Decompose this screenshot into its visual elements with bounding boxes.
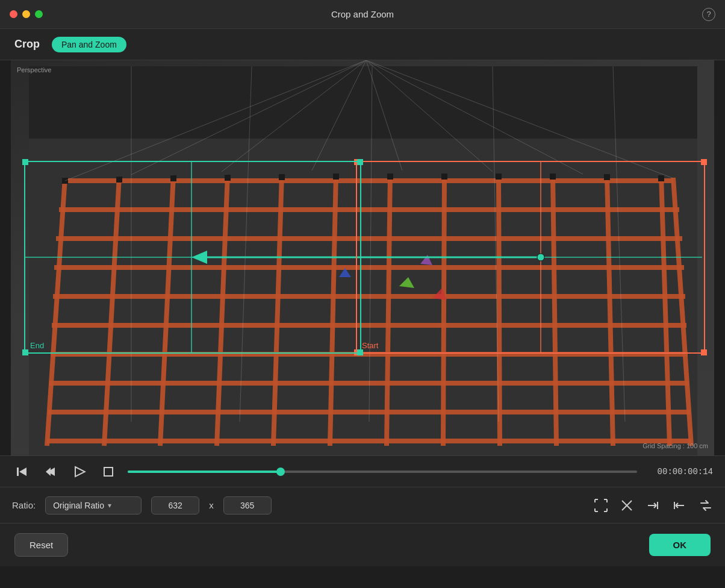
ratio-select[interactable]: Original Ratio ▾ xyxy=(45,496,142,514)
svg-rect-26 xyxy=(116,177,122,183)
stop-button[interactable] xyxy=(99,462,118,481)
grid-spacing-label: Grid Spacing : 100 cm xyxy=(643,442,708,449)
timeline-bar: 00:00:00:14 xyxy=(0,455,725,487)
clear-button[interactable] xyxy=(620,499,633,512)
align-left-button[interactable] xyxy=(672,498,686,513)
window-title: Crop and Zoom xyxy=(331,9,394,19)
titlebar: Crop and Zoom ? xyxy=(0,0,725,29)
tab-panzoom[interactable]: Pan and Zoom xyxy=(52,37,126,52)
svg-rect-33 xyxy=(496,174,502,180)
play-button[interactable] xyxy=(70,462,89,481)
time-display: 00:00:00:14 xyxy=(647,467,713,477)
slider-track xyxy=(128,471,637,473)
slider-fill xyxy=(128,471,281,473)
tab-crop[interactable]: Crop xyxy=(14,38,40,51)
ratio-action-icons xyxy=(594,498,713,513)
frame-back-button[interactable] xyxy=(41,462,60,481)
svg-rect-65 xyxy=(104,468,113,476)
ratio-label: Ratio: xyxy=(12,500,36,510)
svg-rect-60 xyxy=(17,468,19,476)
svg-marker-61 xyxy=(19,468,26,476)
svg-rect-30 xyxy=(333,174,339,180)
reset-button[interactable]: Reset xyxy=(14,533,68,557)
chevron-down-icon: ▾ xyxy=(108,501,111,510)
swap-button[interactable] xyxy=(699,498,713,513)
maximize-button[interactable] xyxy=(35,10,43,18)
perspective-label: Perspective xyxy=(17,66,51,74)
x-separator: x xyxy=(209,500,214,510)
svg-rect-28 xyxy=(225,175,231,181)
svg-rect-36 xyxy=(658,175,664,181)
timeline-slider-container xyxy=(128,471,637,473)
svg-rect-31 xyxy=(387,174,393,180)
ratio-bar: Ratio: Original Ratio ▾ x xyxy=(0,487,725,523)
svg-marker-64 xyxy=(75,467,85,477)
help-button[interactable]: ? xyxy=(702,8,715,21)
svg-rect-34 xyxy=(550,174,556,180)
align-right-button[interactable] xyxy=(646,498,660,513)
ok-button[interactable]: OK xyxy=(649,534,711,556)
svg-marker-0 xyxy=(29,120,697,455)
width-input[interactable] xyxy=(151,496,199,514)
scene-svg xyxy=(11,60,714,455)
step-back-button[interactable] xyxy=(12,462,31,481)
bottom-bar: Reset OK xyxy=(0,523,725,566)
ratio-select-value: Original Ratio xyxy=(53,501,104,510)
svg-marker-1 xyxy=(29,66,697,139)
slider-thumb[interactable] xyxy=(276,468,285,476)
svg-rect-29 xyxy=(279,174,285,180)
svg-rect-35 xyxy=(604,174,610,180)
crop-maximize-button[interactable] xyxy=(594,498,608,513)
svg-line-19 xyxy=(443,174,444,446)
window-controls xyxy=(10,10,43,18)
height-input[interactable] xyxy=(223,496,272,514)
close-button[interactable] xyxy=(10,10,17,18)
svg-rect-27 xyxy=(170,175,176,181)
svg-line-20 xyxy=(499,174,500,446)
viewport: Start End Perspective Grid Spacing : 100… xyxy=(11,60,714,455)
minimize-button[interactable] xyxy=(22,10,30,18)
svg-marker-63 xyxy=(46,468,51,476)
tabbar: Crop Pan and Zoom xyxy=(0,29,725,60)
svg-rect-32 xyxy=(441,174,447,180)
